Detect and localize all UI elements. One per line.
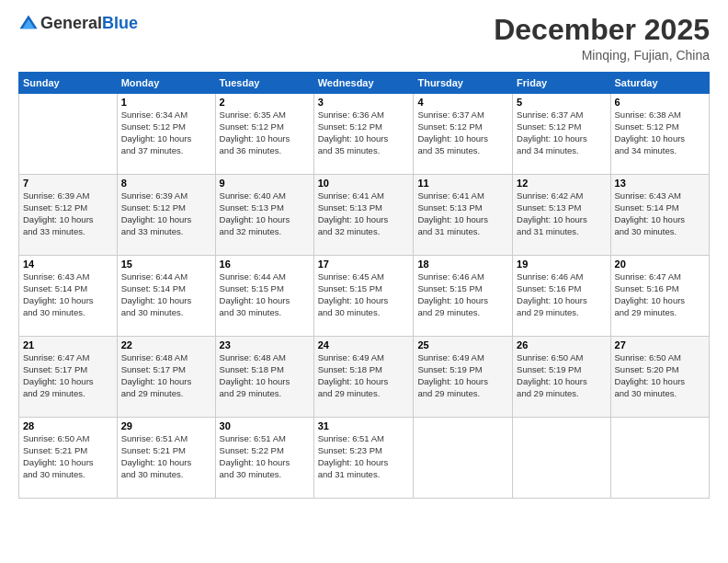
calendar-table: Sunday Monday Tuesday Wednesday Thursday… [18,72,710,499]
day-number: 5 [517,97,606,108]
day-info: Sunrise: 6:43 AM Sunset: 5:14 PM Dayligh… [615,190,705,237]
day-info: Sunrise: 6:44 AM Sunset: 5:15 PM Dayligh… [220,271,310,318]
calendar-cell: 19Sunrise: 6:46 AM Sunset: 5:16 PM Dayli… [513,256,610,337]
calendar-cell [610,418,709,499]
day-number: 28 [23,420,113,431]
day-info: Sunrise: 6:50 AM Sunset: 5:21 PM Dayligh… [23,433,113,480]
location: Minqing, Fujian, China [494,48,710,63]
day-info: Sunrise: 6:38 AM Sunset: 5:12 PM Dayligh… [615,109,705,156]
month-title: December 2025 [494,14,710,46]
calendar-cell: 21Sunrise: 6:47 AM Sunset: 5:17 PM Dayli… [19,337,118,418]
day-number: 31 [318,420,410,431]
week-row-1: 1Sunrise: 6:34 AM Sunset: 5:12 PM Daylig… [19,94,710,175]
calendar-cell: 4Sunrise: 6:37 AM Sunset: 5:12 PM Daylig… [414,94,513,175]
day-info: Sunrise: 6:37 AM Sunset: 5:12 PM Dayligh… [417,109,508,156]
col-monday: Monday [117,73,215,94]
day-info: Sunrise: 6:47 AM Sunset: 5:16 PM Dayligh… [615,271,705,318]
calendar-cell: 18Sunrise: 6:46 AM Sunset: 5:15 PM Dayli… [414,256,513,337]
day-number: 26 [517,339,606,350]
day-number: 14 [23,259,113,270]
day-number: 12 [517,178,606,189]
calendar-cell: 10Sunrise: 6:41 AM Sunset: 5:13 PM Dayli… [313,175,414,256]
calendar-cell [19,94,118,175]
day-number: 17 [318,259,410,270]
day-number: 2 [220,97,310,108]
day-info: Sunrise: 6:36 AM Sunset: 5:12 PM Dayligh… [318,109,410,156]
day-info: Sunrise: 6:41 AM Sunset: 5:13 PM Dayligh… [417,190,508,237]
day-number: 16 [220,259,310,270]
day-info: Sunrise: 6:39 AM Sunset: 5:12 PM Dayligh… [121,190,211,237]
day-number: 9 [220,178,310,189]
day-info: Sunrise: 6:47 AM Sunset: 5:17 PM Dayligh… [23,352,113,399]
day-info: Sunrise: 6:46 AM Sunset: 5:16 PM Dayligh… [517,271,606,318]
day-number: 3 [318,97,410,108]
day-info: Sunrise: 6:49 AM Sunset: 5:18 PM Dayligh… [318,352,410,399]
calendar-cell: 7Sunrise: 6:39 AM Sunset: 5:12 PM Daylig… [19,175,118,256]
day-info: Sunrise: 6:46 AM Sunset: 5:15 PM Dayligh… [417,271,508,318]
day-number: 29 [121,420,211,431]
header-row: Sunday Monday Tuesday Wednesday Thursday… [19,73,710,94]
day-number: 6 [615,97,705,108]
col-sunday: Sunday [19,73,118,94]
logo: GeneralBlue [18,14,138,34]
calendar-cell: 27Sunrise: 6:50 AM Sunset: 5:20 PM Dayli… [610,337,709,418]
day-number: 20 [615,259,705,270]
calendar-cell: 2Sunrise: 6:35 AM Sunset: 5:12 PM Daylig… [215,94,313,175]
col-saturday: Saturday [610,73,709,94]
col-thursday: Thursday [414,73,513,94]
day-info: Sunrise: 6:48 AM Sunset: 5:17 PM Dayligh… [121,352,211,399]
day-number: 4 [417,97,508,108]
day-number: 23 [220,339,310,350]
calendar-cell: 31Sunrise: 6:51 AM Sunset: 5:23 PM Dayli… [313,418,414,499]
day-info: Sunrise: 6:48 AM Sunset: 5:18 PM Dayligh… [220,352,310,399]
calendar-cell: 30Sunrise: 6:51 AM Sunset: 5:22 PM Dayli… [215,418,313,499]
calendar-cell: 25Sunrise: 6:49 AM Sunset: 5:19 PM Dayli… [414,337,513,418]
day-number: 22 [121,339,211,350]
logo-text: GeneralBlue [40,14,138,34]
calendar-cell: 16Sunrise: 6:44 AM Sunset: 5:15 PM Dayli… [215,256,313,337]
day-info: Sunrise: 6:50 AM Sunset: 5:20 PM Dayligh… [615,352,705,399]
day-info: Sunrise: 6:51 AM Sunset: 5:23 PM Dayligh… [318,433,410,480]
day-number: 27 [615,339,705,350]
day-number: 19 [517,259,606,270]
day-number: 11 [417,178,508,189]
week-row-4: 21Sunrise: 6:47 AM Sunset: 5:17 PM Dayli… [19,337,710,418]
calendar-cell: 1Sunrise: 6:34 AM Sunset: 5:12 PM Daylig… [117,94,215,175]
day-info: Sunrise: 6:45 AM Sunset: 5:15 PM Dayligh… [318,271,410,318]
day-number: 24 [318,339,410,350]
calendar-cell: 24Sunrise: 6:49 AM Sunset: 5:18 PM Dayli… [313,337,414,418]
day-number: 13 [615,178,705,189]
calendar-cell: 11Sunrise: 6:41 AM Sunset: 5:13 PM Dayli… [414,175,513,256]
week-row-2: 7Sunrise: 6:39 AM Sunset: 5:12 PM Daylig… [19,175,710,256]
calendar-cell: 14Sunrise: 6:43 AM Sunset: 5:14 PM Dayli… [19,256,118,337]
calendar-cell: 22Sunrise: 6:48 AM Sunset: 5:17 PM Dayli… [117,337,215,418]
calendar-cell: 13Sunrise: 6:43 AM Sunset: 5:14 PM Dayli… [610,175,709,256]
calendar-cell: 6Sunrise: 6:38 AM Sunset: 5:12 PM Daylig… [610,94,709,175]
day-info: Sunrise: 6:51 AM Sunset: 5:21 PM Dayligh… [121,433,211,480]
title-block: December 2025 Minqing, Fujian, China [494,14,710,63]
calendar-cell: 3Sunrise: 6:36 AM Sunset: 5:12 PM Daylig… [313,94,414,175]
day-number: 7 [23,178,113,189]
day-number: 8 [121,178,211,189]
calendar-cell [513,418,610,499]
day-info: Sunrise: 6:40 AM Sunset: 5:13 PM Dayligh… [220,190,310,237]
day-number: 21 [23,339,113,350]
day-info: Sunrise: 6:50 AM Sunset: 5:19 PM Dayligh… [517,352,606,399]
day-number: 10 [318,178,410,189]
calendar-cell: 29Sunrise: 6:51 AM Sunset: 5:21 PM Dayli… [117,418,215,499]
calendar-cell: 9Sunrise: 6:40 AM Sunset: 5:13 PM Daylig… [215,175,313,256]
day-number: 30 [220,420,310,431]
day-info: Sunrise: 6:44 AM Sunset: 5:14 PM Dayligh… [121,271,211,318]
col-tuesday: Tuesday [215,73,313,94]
calendar-cell: 15Sunrise: 6:44 AM Sunset: 5:14 PM Dayli… [117,256,215,337]
week-row-3: 14Sunrise: 6:43 AM Sunset: 5:14 PM Dayli… [19,256,710,337]
calendar-cell: 12Sunrise: 6:42 AM Sunset: 5:13 PM Dayli… [513,175,610,256]
col-friday: Friday [513,73,610,94]
calendar-cell: 26Sunrise: 6:50 AM Sunset: 5:19 PM Dayli… [513,337,610,418]
day-info: Sunrise: 6:34 AM Sunset: 5:12 PM Dayligh… [121,109,211,156]
day-number: 25 [417,339,508,350]
day-number: 18 [417,259,508,270]
day-info: Sunrise: 6:51 AM Sunset: 5:22 PM Dayligh… [220,433,310,480]
day-info: Sunrise: 6:41 AM Sunset: 5:13 PM Dayligh… [318,190,410,237]
calendar-cell: 5Sunrise: 6:37 AM Sunset: 5:12 PM Daylig… [513,94,610,175]
